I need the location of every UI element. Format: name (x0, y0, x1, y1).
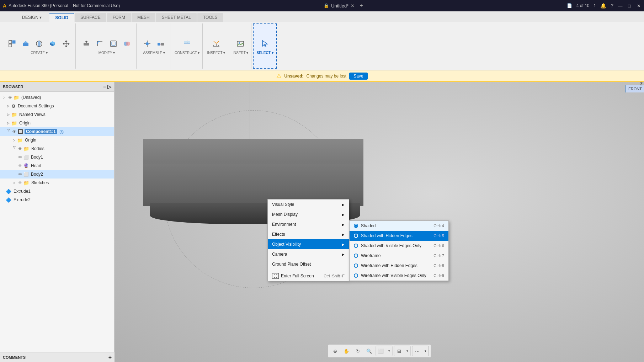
design-dropdown[interactable]: DESIGN ▾ (18, 13, 46, 22)
eye-component1[interactable]: 👁 (11, 129, 17, 134)
assemble-label[interactable]: ASSEMBLE ▾ (143, 51, 165, 55)
comments-add-icon[interactable]: + (108, 354, 112, 361)
body2-label: Body2 (31, 172, 43, 177)
modify-label[interactable]: MODIFY ▾ (99, 51, 115, 55)
new-component-btn[interactable] (6, 37, 18, 50)
more-dropdown[interactable]: ▾ (422, 346, 428, 356)
new-joint-btn[interactable] (141, 37, 154, 50)
bell-icon[interactable]: 🔔 (600, 3, 606, 9)
browser-item-extrude1[interactable]: 🔷 Extrude1 (0, 187, 114, 196)
measure-btn[interactable] (210, 37, 223, 50)
combine-btn[interactable] (121, 37, 133, 50)
zoom-btn[interactable]: 🔍 (364, 346, 374, 356)
ctx-effects[interactable]: Effects ▶ (268, 229, 349, 239)
eye-unsaved[interactable]: 👁 (7, 95, 13, 100)
ctx-ground-plane[interactable]: Ground Plane Offset (268, 259, 349, 269)
ctx-camera[interactable]: Camera ▶ (268, 249, 349, 259)
create-group: CREATE ▾ (3, 23, 76, 69)
construct-label[interactable]: CONSTRUCT ▾ (175, 51, 199, 55)
sub-shaded-visible[interactable]: Shaded with Visible Edges Only Ctrl+6 (350, 241, 448, 251)
ctx-mesh-display-label: Mesh Display (272, 212, 298, 217)
browser-item-sketches[interactable]: ▷ 👁 📁 Sketches (0, 179, 114, 187)
browser-collapse-icon[interactable]: – (103, 84, 106, 90)
box-btn[interactable] (46, 37, 59, 50)
browser-item-named-views[interactable]: ▷ 📁 Named Views (0, 110, 114, 119)
save-button[interactable]: Save (349, 73, 367, 80)
browser-item-body2[interactable]: 👁 ⬜ Body2 (0, 170, 114, 179)
pan-btn[interactable]: ✋ (341, 346, 351, 356)
browser-item-body1[interactable]: 👁 ⬜ Body1 (0, 153, 114, 161)
browser-item-component1[interactable]: ▷ 👁 🔲 Component1:1 ◎ (0, 127, 114, 136)
svg-rect-12 (111, 41, 116, 47)
create-label[interactable]: CREATE ▾ (31, 51, 48, 55)
move-btn[interactable] (60, 37, 73, 50)
ctx-full-screen[interactable]: ⛶ Enter Full Screen Ctrl+Shift+F (268, 271, 349, 281)
eye-sketches[interactable]: 👁 (17, 180, 23, 185)
browser-expand-icon[interactable]: ▷ (107, 84, 111, 90)
ctx-object-visibility-arrow: ▶ (342, 243, 345, 246)
more-btn[interactable]: ⋯ (412, 346, 422, 356)
grid-dropdown[interactable]: ▾ (404, 346, 410, 356)
svg-rect-1 (12, 41, 15, 43)
tab-tools[interactable]: TOOLS (197, 13, 223, 22)
insert-label[interactable]: INSERT ▾ (233, 51, 248, 55)
eye-body1[interactable]: 👁 (17, 155, 23, 160)
window-close-button[interactable]: ✕ (636, 3, 641, 8)
minimize-button[interactable]: — (618, 3, 623, 8)
browser-item-unsaved[interactable]: ▷ 👁 📁 (Unsaved) (0, 93, 114, 102)
snap-btn[interactable]: ⊕ (330, 346, 340, 356)
assemble-group: ASSEMBLE ▾ (138, 23, 170, 69)
sub-shaded-hidden[interactable]: Shaded with Hidden Edges Ctrl+5 (350, 231, 448, 241)
tab-solid[interactable]: SOLID (49, 13, 74, 22)
ctx-visual-style[interactable]: Visual Style ▶ (268, 199, 349, 209)
tab-form[interactable]: FORM (107, 13, 131, 22)
browser-item-origin-top[interactable]: ▷ 📁 Origin (0, 119, 114, 127)
assemble-btn2[interactable] (154, 37, 167, 50)
sub-wireframe-visible[interactable]: Wireframe with Visible Edges Only Ctrl+9 (350, 271, 448, 281)
shell-btn[interactable] (107, 37, 120, 50)
sub-wireframe-hidden[interactable]: Wireframe with Hidden Edges Ctrl+8 (350, 261, 448, 271)
inspect-label[interactable]: INSPECT ▾ (207, 51, 225, 55)
viewport[interactable]: Z FRONT Visual Style ▶ Mesh Display ▶ En… (115, 82, 644, 362)
browser-item-bodies[interactable]: ▷ 👁 📁 Bodies (0, 144, 114, 153)
offset-plane-btn[interactable] (181, 37, 193, 50)
ctx-environment[interactable]: Environment ▶ (268, 219, 349, 229)
display-mode-1[interactable]: ⬜ (376, 346, 386, 356)
sub-wireframe[interactable]: Wireframe Ctrl+7 (350, 251, 448, 261)
browser-item-extrude2[interactable]: 🔷 Extrude2 (0, 196, 114, 204)
close-tab-icon[interactable]: ✕ (351, 3, 355, 9)
maximize-button[interactable]: □ (627, 3, 632, 8)
eye-body2[interactable]: 👁 (17, 172, 23, 177)
ctx-object-visibility[interactable]: Object Visibility ▶ (268, 239, 349, 249)
eye-bodies[interactable]: 👁 (17, 146, 23, 151)
select-btn[interactable] (259, 37, 271, 50)
tab-mesh[interactable]: MESH (132, 13, 155, 22)
extrude-btn[interactable] (19, 37, 32, 50)
revolve-btn[interactable] (33, 37, 46, 50)
select-label[interactable]: SELECT ▾ (256, 51, 273, 55)
tab-sheet-metal[interactable]: SHEET METAL (156, 13, 197, 22)
tab-surface[interactable]: SURFACE (75, 13, 106, 22)
insert-image-btn[interactable] (234, 37, 247, 50)
sub-shaded[interactable]: Shaded Ctrl+4 (350, 221, 448, 231)
browser-item-doc-settings[interactable]: ▷ ⚙ Document Settings (0, 102, 114, 110)
browser-item-origin-comp[interactable]: ▷ 📁 Origin (0, 136, 114, 144)
sub-wireframe-hidden-shortcut: Ctrl+8 (433, 263, 444, 268)
help-icon[interactable]: ? (611, 3, 613, 9)
press-pull-btn[interactable] (80, 37, 93, 50)
grid-btn[interactable]: ⊞ (394, 346, 404, 356)
sub-shaded-hidden-label: Shaded with Hidden Edges (361, 233, 413, 238)
browser-item-heart[interactable]: 👁 🔮 Heart (0, 161, 114, 170)
comments-label: COMMENTS (3, 355, 26, 360)
add-tab-icon[interactable]: + (360, 2, 363, 9)
svg-rect-0 (9, 41, 12, 43)
version-icon: 📄 (567, 3, 572, 8)
timer-label: 1 (594, 3, 596, 8)
fillet-btn[interactable] (94, 37, 106, 50)
front-label: FRONT (626, 85, 644, 92)
eye-heart[interactable]: 👁 (17, 163, 23, 168)
ctx-full-screen-label: Enter Full Screen (281, 273, 314, 278)
orbit-btn[interactable]: ↻ (353, 346, 363, 356)
display-mode-dropdown[interactable]: ▾ (386, 346, 392, 356)
ctx-mesh-display[interactable]: Mesh Display ▶ (268, 209, 349, 219)
